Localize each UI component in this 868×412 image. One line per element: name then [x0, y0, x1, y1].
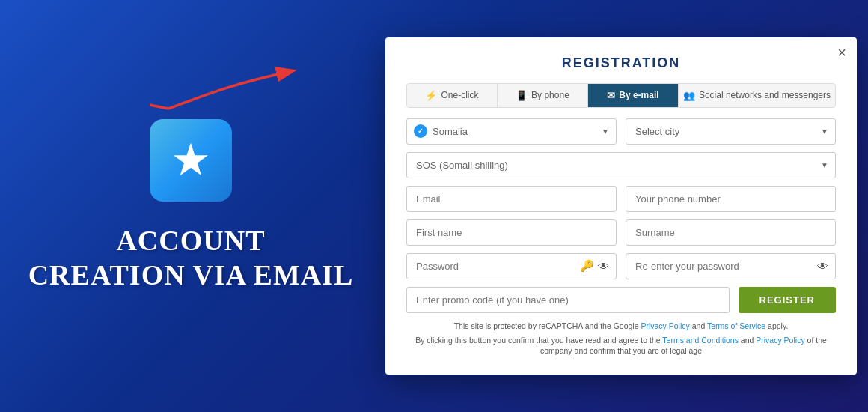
eye-icon[interactable]: 👁 — [598, 260, 609, 273]
city-group: Select city — [626, 118, 836, 145]
phone-icon: 📱 — [516, 90, 528, 101]
close-button[interactable]: × — [837, 45, 846, 60]
reenter-icons: 👁 — [817, 260, 828, 273]
password-group: 🔑 👁 — [406, 253, 617, 279]
tab-by-phone-label: By phone — [531, 90, 569, 100]
legal-text-1: This site is protected by reCAPTCHA and … — [406, 321, 836, 332]
registration-modal: × REGISTRATION ⚡ One-click 📱 By phone ✉ … — [385, 37, 857, 375]
tabs-container: ⚡ One-click 📱 By phone ✉ By e-mail 👥 Soc… — [406, 83, 836, 108]
terms-conditions-link[interactable]: Terms and Conditions — [662, 336, 739, 345]
city-select[interactable]: Select city — [626, 118, 836, 145]
firstname-group — [406, 219, 617, 246]
tab-by-email[interactable]: ✉ By e-mail — [588, 84, 679, 107]
surname-input[interactable] — [626, 219, 836, 246]
currency-row: SOS (Somali shilling) — [406, 152, 836, 178]
account-title: Account Creation via Email — [28, 224, 354, 292]
eye-slash-icon[interactable]: 👁 — [817, 260, 828, 273]
promo-register-row: REGISTER — [406, 287, 836, 313]
email-phone-row — [406, 186, 836, 212]
city-select-wrapper: Select city — [626, 118, 836, 145]
country-select[interactable]: Somalia — [406, 118, 617, 145]
modal-title: REGISTRATION — [406, 55, 836, 71]
phone-group — [626, 186, 836, 212]
tab-one-click-label: One-click — [441, 90, 478, 100]
password-row: 🔑 👁 👁 — [406, 253, 836, 279]
surname-group — [626, 219, 836, 246]
country-select-wrapper: ✓ Somalia — [406, 118, 617, 145]
tab-social[interactable]: 👥 Social networks and messengers — [679, 84, 835, 107]
password-icons: 🔑 👁 — [580, 259, 609, 273]
social-icon: 👥 — [683, 90, 695, 101]
terms-of-service-link-1[interactable]: Terms of Service — [707, 321, 765, 330]
name-row — [406, 219, 836, 246]
privacy-policy-link-2[interactable]: Privacy Policy — [756, 336, 804, 345]
somalia-flag-icon: ✓ — [414, 124, 427, 138]
privacy-policy-link-1[interactable]: Privacy Policy — [641, 321, 689, 330]
phone-input[interactable] — [626, 186, 836, 212]
tab-one-click[interactable]: ⚡ One-click — [407, 84, 498, 107]
tab-social-label: Social networks and messengers — [699, 90, 831, 100]
currency-select-wrapper: SOS (Somali shilling) — [406, 152, 836, 178]
left-panel: ★ Account Creation via Email — [0, 0, 382, 412]
reenter-group: 👁 — [626, 253, 836, 279]
currency-select[interactable]: SOS (Somali shilling) — [406, 152, 836, 178]
logo-box: ★ — [150, 119, 232, 202]
legal-text-2: By clicking this button you confirm that… — [406, 335, 836, 357]
promo-group — [406, 287, 730, 313]
register-button[interactable]: REGISTER — [739, 287, 836, 313]
firstname-input[interactable] — [406, 219, 617, 246]
modal-overlay: × REGISTRATION ⚡ One-click 📱 By phone ✉ … — [374, 0, 868, 412]
tab-by-email-label: By e-mail — [619, 90, 658, 100]
logo-star-icon: ★ — [171, 138, 211, 183]
lightning-icon: ⚡ — [425, 90, 437, 101]
reenter-input[interactable] — [626, 253, 836, 279]
tab-by-phone[interactable]: 📱 By phone — [498, 84, 588, 107]
country-group: ✓ Somalia — [406, 118, 617, 145]
promo-input[interactable] — [406, 287, 730, 313]
country-city-row: ✓ Somalia Select city — [406, 118, 836, 145]
currency-group: SOS (Somali shilling) — [406, 152, 836, 178]
email-input[interactable] — [406, 186, 617, 212]
email-group — [406, 186, 617, 212]
key-icon[interactable]: 🔑 — [580, 259, 594, 273]
email-icon: ✉ — [607, 90, 615, 101]
